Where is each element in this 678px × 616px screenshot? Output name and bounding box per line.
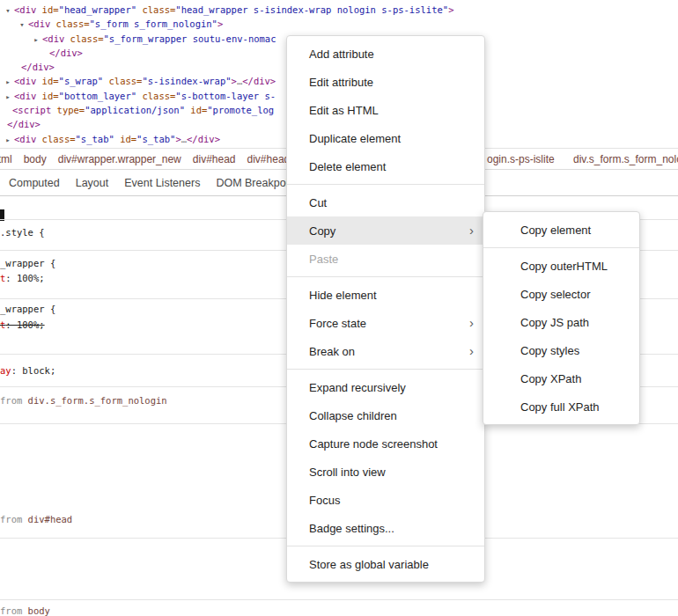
menu-item-focus[interactable]: Focus <box>287 486 484 514</box>
dom-tree-node[interactable]: ▾<div id="head_wrapper" class="head_wrap… <box>0 3 678 17</box>
menu-item-copy-outerhtml[interactable]: Copy outerHTML <box>483 252 639 280</box>
style-segment: _wrapper { <box>0 304 55 314</box>
code-segment: > <box>217 18 223 29</box>
code-segment: <div <box>28 18 56 29</box>
code-segment: class= <box>142 91 175 101</box>
section-divider <box>0 599 678 600</box>
tab-layout[interactable]: Layout <box>76 177 109 189</box>
expand-arrow-right-icon[interactable]: ▸ <box>3 133 13 147</box>
menu-separator <box>287 276 484 277</box>
breadcrumb-item[interactable]: ogin.s-ps-islite <box>487 153 555 165</box>
style-text-fragment: ay: block; <box>0 365 55 377</box>
chevron-right-icon: › <box>469 315 474 330</box>
code-segment: </div> <box>187 134 220 144</box>
menu-item-scroll-into-view[interactable]: Scroll into view <box>287 458 484 486</box>
chevron-right-icon: › <box>469 223 474 238</box>
code-segment: "s_form_wrapper soutu-env-nomac <box>104 33 276 44</box>
menu-item-label: Break on <box>309 345 355 358</box>
menu-item-hide-element[interactable]: Hide element <box>287 281 484 309</box>
expand-arrow-right-icon[interactable]: ▸ <box>3 90 13 104</box>
menu-item-label: Copy <box>309 224 335 238</box>
style-segment: .style { <box>0 227 45 238</box>
code-segment: class= <box>142 4 175 15</box>
tab-computed[interactable]: Computed <box>9 177 60 189</box>
menu-item-cut[interactable]: Cut <box>287 188 484 216</box>
menu-item-label: Store as global variable <box>309 558 429 571</box>
style-segment: from <box>0 395 28 406</box>
menu-item-label: Collapse children <box>309 409 397 422</box>
menu-item-label: Hide element <box>309 289 377 302</box>
code-segment: "head_wrapper" <box>59 4 137 15</box>
code-segment: "s_wrap" <box>59 76 104 86</box>
menu-item-copy-full-xpath[interactable]: Copy full XPath <box>483 392 639 421</box>
menu-item-copy-styles[interactable]: Copy styles <box>483 336 639 364</box>
code-segment: </div> <box>242 76 276 86</box>
style-segment: : block; <box>11 365 56 376</box>
style-text-fragment: .style { <box>0 227 45 238</box>
code-segment: id= <box>190 105 207 115</box>
style-text-fragment: from div.s_form.s_form_nologin <box>0 395 167 407</box>
menu-item-break-on[interactable]: Break on› <box>287 337 484 365</box>
breadcrumb-item[interactable]: div#head <box>193 153 236 165</box>
code-segment: id= <box>42 91 59 101</box>
style-segment: from <box>0 605 28 616</box>
code-segment: <div <box>42 33 70 44</box>
dom-tree-node[interactable]: ▾<div class="s_form s_form_nologin"> <box>0 17 678 31</box>
breadcrumb-item[interactable]: div#wrapper.wrapper_new <box>58 153 181 165</box>
menu-separator <box>287 546 484 546</box>
breadcrumb-item[interactable]: html <box>0 153 12 165</box>
breadcrumb-item[interactable]: div.s_form.s_form_nologin <box>573 153 678 165</box>
menu-item-paste[interactable]: Paste <box>287 245 484 273</box>
style-text-fragment: _wrapper { <box>0 258 55 269</box>
code-segment: "s_form s_form_nologin" <box>90 18 217 29</box>
context-menu: Add attribute Edit attribute Edit as HTM… <box>286 35 485 583</box>
code-segment: type= <box>57 105 85 115</box>
menu-item-capture-node-screenshot[interactable]: Capture node screenshot <box>287 429 484 458</box>
menu-item-copy-element[interactable]: Copy element <box>483 216 639 244</box>
menu-item-copy-selector[interactable]: Copy selector <box>483 280 639 308</box>
code-segment: </div> <box>49 48 83 58</box>
menu-item-collapse-children[interactable]: Collapse children <box>287 401 484 429</box>
menu-separator <box>287 184 484 185</box>
style-text-fragment: from div#head <box>0 514 72 525</box>
menu-item-copy-xpath[interactable]: Copy XPath <box>483 364 639 392</box>
code-segment: class= <box>56 18 90 29</box>
code-segment: <div <box>14 134 42 144</box>
style-text-fragment: _wrapper { <box>0 304 55 315</box>
menu-item-label: Copy XPath <box>520 372 581 385</box>
menu-item-copy[interactable]: Copy› <box>287 216 484 245</box>
code-segment: id= <box>42 76 59 86</box>
menu-item-label: Scroll into view <box>309 466 386 479</box>
code-segment: "s-isindex-wrap" <box>142 76 231 86</box>
menu-item-label: Duplicate element <box>309 132 401 145</box>
expand-arrow-right-icon[interactable]: ▸ <box>31 33 41 47</box>
menu-item-store-as-global-variable[interactable]: Store as global variable <box>287 550 484 578</box>
expand-arrow-down-icon[interactable]: ▾ <box>3 4 13 18</box>
menu-item-force-state[interactable]: Force state› <box>287 309 484 337</box>
chevron-right-icon: › <box>469 343 474 358</box>
menu-item-delete-element[interactable]: Delete element <box>287 152 484 180</box>
menu-item-edit-as-html[interactable]: Edit as HTML <box>287 96 484 124</box>
menu-item-expand-recursively[interactable]: Expand recursively <box>287 373 484 401</box>
style-segment: : 100%; <box>5 273 44 283</box>
menu-item-badge-settings[interactable]: Badge settings... <box>287 514 484 542</box>
menu-separator <box>287 369 484 370</box>
code-segment: id= <box>120 134 136 144</box>
copy-submenu: Copy element Copy outerHTML Copy selecto… <box>483 211 640 425</box>
expand-arrow-right-icon[interactable]: ▸ <box>3 75 13 89</box>
expand-arrow-down-icon[interactable]: ▾ <box>17 18 27 32</box>
code-segment: </div> <box>7 119 41 129</box>
menu-item-add-attribute[interactable]: Add attribute <box>287 40 484 68</box>
menu-item-label: Edit attribute <box>309 76 373 89</box>
breadcrumb-item[interactable]: body <box>24 153 47 165</box>
menu-item-edit-attribute[interactable]: Edit attribute <box>287 68 484 96</box>
menu-item-label: Add attribute <box>309 48 374 61</box>
menu-item-copy-js-path[interactable]: Copy JS path <box>483 308 639 336</box>
menu-item-label: Copy styles <box>520 344 579 357</box>
menu-item-label: Copy outerHTML <box>520 260 608 273</box>
code-segment: "promote_log <box>207 105 274 115</box>
tab-event-listeners[interactable]: Event Listeners <box>124 177 200 189</box>
menu-item-label: Delete element <box>309 160 386 173</box>
style-text-fragment: t: 100%; <box>0 319 45 331</box>
menu-item-duplicate-element[interactable]: Duplicate element <box>287 124 484 152</box>
